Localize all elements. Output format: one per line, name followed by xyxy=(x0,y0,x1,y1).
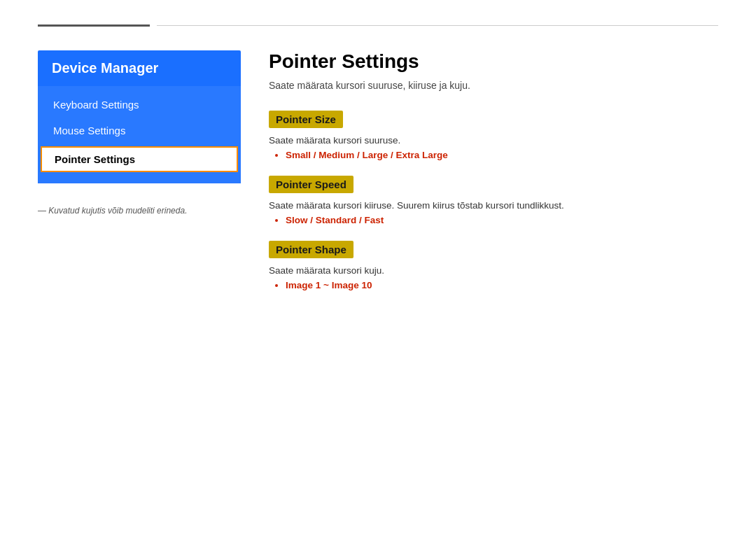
section-options-shape: Image 1 ~ Image 10 xyxy=(269,280,690,290)
section-desc-speed: Saate määrata kursori kiiruse. Suurem ki… xyxy=(269,200,690,211)
sidebar-note: — Kuvatud kujutis võib mudeliti erineda. xyxy=(38,204,241,217)
page-title: Pointer Settings xyxy=(269,50,690,73)
size-options-list-item: Small / Medium / Large / Extra Large xyxy=(286,150,690,160)
top-bar-line-right xyxy=(157,25,718,26)
page-subtitle: Saate määrata kursori suuruse, kiiruse j… xyxy=(269,80,690,91)
section-options-speed: Slow / Standard / Fast xyxy=(269,215,690,225)
section-pointer-shape: Pointer Shape Saate määrata kursori kuju… xyxy=(269,241,690,290)
sidebar-menu: Keyboard Settings Mouse Settings Pointer… xyxy=(38,86,241,183)
section-desc-shape: Saate määrata kursori kuju. xyxy=(269,265,690,276)
section-title-speed: Pointer Speed xyxy=(269,176,354,193)
sidebar-title: Device Manager xyxy=(52,60,158,76)
top-bar xyxy=(0,0,756,50)
section-pointer-size: Pointer Size Saate määrata kursori suuru… xyxy=(269,111,690,160)
section-options-size: Small / Medium / Large / Extra Large xyxy=(269,150,690,160)
section-title-size: Pointer Size xyxy=(269,111,343,128)
sidebar-item-pointer[interactable]: Pointer Settings xyxy=(41,146,238,172)
main-layout: Device Manager Keyboard Settings Mouse S… xyxy=(0,50,756,306)
content-area: Pointer Settings Saate määrata kursori s… xyxy=(241,50,718,306)
top-bar-line-left xyxy=(38,24,150,27)
speed-options-list-item: Slow / Standard / Fast xyxy=(286,215,690,225)
sidebar-header: Device Manager xyxy=(38,50,241,86)
section-desc-size: Saate määrata kursori suuruse. xyxy=(269,135,690,146)
sidebar: Device Manager Keyboard Settings Mouse S… xyxy=(38,50,241,306)
sidebar-item-keyboard[interactable]: Keyboard Settings xyxy=(38,92,241,118)
sidebar-item-mouse[interactable]: Mouse Settings xyxy=(38,118,241,143)
section-pointer-speed: Pointer Speed Saate määrata kursori kiir… xyxy=(269,176,690,225)
shape-options-list-item: Image 1 ~ Image 10 xyxy=(286,280,690,290)
section-title-shape: Pointer Shape xyxy=(269,241,354,258)
